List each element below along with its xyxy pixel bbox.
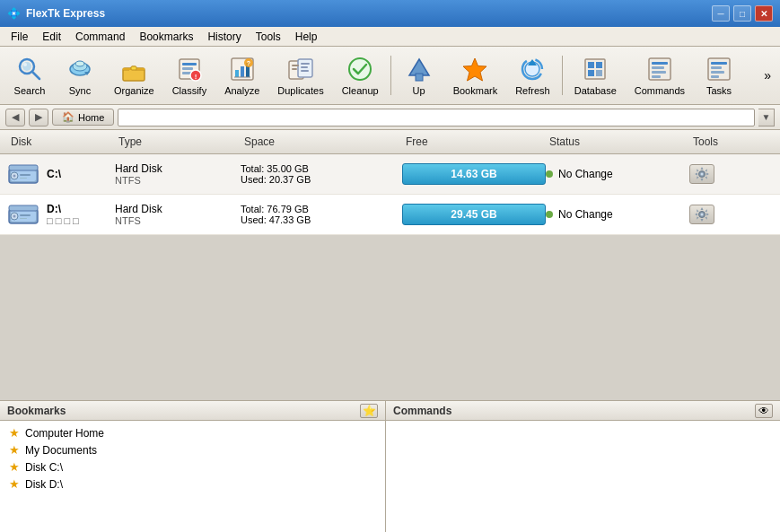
duplicates-button[interactable]: Duplicates xyxy=(269,50,331,100)
commands-title: Commands xyxy=(393,405,451,417)
col-free: Free xyxy=(402,134,546,150)
back-button[interactable]: ◀ xyxy=(5,109,25,126)
cleanup-button[interactable]: Cleanup xyxy=(334,50,387,100)
organize-button[interactable]: Organize xyxy=(106,50,162,100)
commands-content xyxy=(386,421,780,532)
svg-rect-46 xyxy=(652,75,661,78)
bottom-panels: Bookmarks ⭐ ★ Computer Home ★ My Documen… xyxy=(0,400,780,532)
refresh-button[interactable]: Refresh xyxy=(507,50,558,100)
organize-label: Organize xyxy=(114,85,154,96)
cleanup-icon xyxy=(346,55,374,83)
svg-point-1 xyxy=(22,62,31,71)
refresh-icon xyxy=(518,55,547,83)
database-button[interactable]: Database xyxy=(566,50,625,100)
maximize-button[interactable]: □ xyxy=(733,5,751,22)
up-label: Up xyxy=(413,85,425,96)
svg-rect-25 xyxy=(301,63,310,65)
svg-marker-31 xyxy=(409,59,429,75)
bookmark-button[interactable]: Bookmark xyxy=(445,50,506,100)
close-button[interactable]: ✕ xyxy=(755,5,773,22)
list-item[interactable]: ★ Disk D:\ xyxy=(5,475,380,493)
toolbar-more-button[interactable]: » xyxy=(760,66,775,84)
bookmarks-content: ★ Computer Home ★ My Documents ★ Disk C:… xyxy=(0,421,385,532)
titlebar-left: 💠 FlexTk Express xyxy=(7,7,105,20)
commands-eye-button[interactable]: 👁 xyxy=(755,404,773,418)
free-button-c[interactable]: 14.63 GB xyxy=(402,163,546,185)
bookmark-label-2: My Documents xyxy=(25,444,97,457)
svg-rect-32 xyxy=(416,74,423,81)
toolbar-sep-1 xyxy=(390,56,391,95)
commands-header: Commands 👁 xyxy=(386,401,780,421)
tools-gear-c[interactable] xyxy=(689,164,714,184)
col-status: Status xyxy=(546,134,689,150)
menu-bookmarks[interactable]: Bookmarks xyxy=(132,29,200,45)
commands-toolbar-button[interactable]: Commands xyxy=(627,50,693,100)
analyze-button[interactable]: ? Analyze xyxy=(216,50,267,100)
menu-file[interactable]: File xyxy=(4,29,35,45)
tasks-button[interactable]: Tasks xyxy=(695,50,743,100)
bookmark-star-icon-3: ★ xyxy=(9,460,20,474)
space-total-d: Total: 76.79 GB xyxy=(241,204,402,214)
menu-tools[interactable]: Tools xyxy=(249,29,288,45)
menu-history[interactable]: History xyxy=(200,29,248,45)
sync-icon xyxy=(66,55,94,83)
svg-marker-33 xyxy=(463,58,486,81)
space-cell-c: Total: 35.00 GB Used: 20.37 GB xyxy=(241,163,402,185)
path-dropdown-button[interactable]: ▼ xyxy=(758,109,775,126)
svg-rect-65 xyxy=(20,214,31,216)
minimize-button[interactable]: ─ xyxy=(712,5,730,22)
commands-panel: Commands 👁 xyxy=(386,401,780,532)
svg-rect-40 xyxy=(588,70,594,76)
cleanup-label: Cleanup xyxy=(342,85,379,96)
analyze-icon: ? xyxy=(228,55,257,83)
svg-text:!: ! xyxy=(195,73,197,81)
type-cell-c: Hard Disk NTFS xyxy=(115,162,241,186)
free-button-d[interactable]: 29.45 GB xyxy=(402,204,546,225)
disk-cell-d: D:\ □ □ □ □ xyxy=(7,202,115,227)
menu-edit[interactable]: Edit xyxy=(35,29,68,45)
forward-button[interactable]: ▶ xyxy=(29,109,48,126)
classify-button[interactable]: ! Classify xyxy=(164,50,215,100)
svg-point-69 xyxy=(701,214,704,216)
path-input[interactable] xyxy=(118,109,755,126)
toolbar: Search Sync Organize xyxy=(0,47,780,105)
disk-sub-d: □ □ □ □ xyxy=(47,215,79,226)
svg-point-64 xyxy=(13,215,16,218)
titlebar-controls: ─ □ ✕ xyxy=(712,5,773,22)
bookmark-star-icon-1: ★ xyxy=(9,426,20,440)
svg-rect-39 xyxy=(596,62,602,68)
duplicates-icon xyxy=(286,55,315,83)
list-item[interactable]: ★ My Documents xyxy=(5,441,380,458)
database-icon xyxy=(581,55,609,83)
disk-name-d: D:\ xyxy=(47,203,79,215)
list-item[interactable]: ★ Disk C:\ xyxy=(5,458,380,475)
list-item[interactable]: ★ Computer Home xyxy=(5,424,380,441)
type-cell-d: Hard Disk NTFS xyxy=(115,203,241,226)
svg-rect-9 xyxy=(131,66,136,70)
svg-point-6 xyxy=(75,61,84,66)
bookmark-star-icon xyxy=(460,55,489,83)
svg-rect-28 xyxy=(292,65,299,66)
menu-command[interactable]: Command xyxy=(68,29,132,45)
status-dot-c xyxy=(546,170,553,178)
search-button[interactable]: Search xyxy=(5,50,54,100)
tools-gear-d[interactable] xyxy=(689,205,714,224)
svg-rect-18 xyxy=(241,66,244,77)
svg-rect-11 xyxy=(182,63,197,65)
bookmark-star-icon-2: ★ xyxy=(9,443,20,457)
type-main-d: Hard Disk xyxy=(115,203,241,215)
analyze-label: Analyze xyxy=(224,85,259,96)
sync-button[interactable]: Sync xyxy=(56,50,104,100)
up-button[interactable]: Up xyxy=(395,50,443,100)
home-button[interactable]: 🏠 Home xyxy=(52,109,114,126)
tasks-label: Tasks xyxy=(706,85,732,96)
app-icon: 💠 xyxy=(7,7,21,20)
home-icon: 🏠 xyxy=(62,111,74,123)
sync-label: Sync xyxy=(69,85,91,96)
bookmarks-star-button[interactable]: ⭐ xyxy=(360,404,378,418)
organize-icon xyxy=(119,55,148,83)
tools-cell-d xyxy=(689,205,761,224)
app-title: FlexTk Express xyxy=(26,7,105,20)
menu-help[interactable]: Help xyxy=(288,29,325,45)
svg-rect-51 xyxy=(711,75,719,78)
